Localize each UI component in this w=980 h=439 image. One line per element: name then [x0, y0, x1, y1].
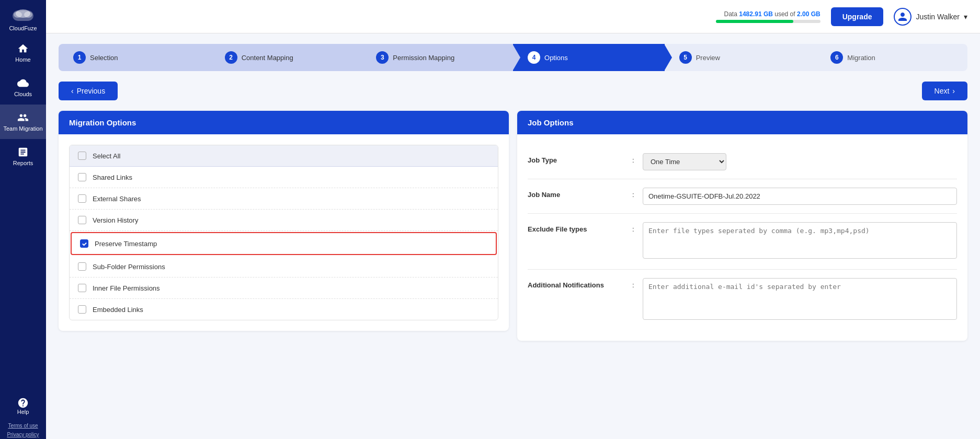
sidebar-item-help-label: Help [17, 409, 29, 415]
data-usage-text: Data 1482.91 GB used of 2.00 GB [724, 10, 821, 18]
checkbox-row-sub-folder-permissions[interactable]: Sub-Folder Permissions [70, 256, 498, 278]
checkbox-inner-file-permissions[interactable] [78, 284, 86, 292]
migration-options-column: Migration Options Select All Shar [59, 111, 509, 341]
checkbox-version-history-label: Version History [93, 216, 138, 224]
user-info[interactable]: Justin Walker ▾ [894, 8, 967, 26]
checkbox-sub-folder-permissions[interactable] [78, 262, 86, 271]
step-5-label: Preview [696, 54, 720, 62]
checkbox-embedded-links-label: Embedded Links [93, 306, 143, 314]
team-migration-icon [17, 112, 29, 123]
step-5-num: 5 [679, 51, 692, 64]
checkbox-sub-folder-permissions-label: Sub-Folder Permissions [93, 263, 165, 271]
checkbox-external-shares[interactable] [78, 194, 86, 203]
user-icon [897, 11, 908, 22]
checkbox-external-shares-label: External Shares [93, 195, 141, 203]
data-progress-bar-fill [716, 20, 793, 23]
migration-options-header: Migration Options [59, 111, 509, 134]
job-name-row: Job Name : [528, 179, 957, 214]
step-3-label: Permission Mapping [393, 54, 454, 62]
step-1-label: Selection [90, 54, 118, 62]
migration-options-body: Select All Shared Links External Shares [59, 134, 509, 331]
previous-button[interactable]: ‹ Previous [59, 82, 118, 100]
job-options-body: Job Type : One Time Scheduled Delta [517, 134, 967, 341]
sidebar-item-team-migration[interactable]: Team Migration [0, 105, 46, 139]
checkbox-select-all[interactable] [78, 152, 86, 160]
job-name-colon: : [632, 188, 643, 199]
main-content: Data 1482.91 GB used of 2.00 GB Upgrade … [46, 0, 980, 439]
step-4-num: 4 [528, 51, 540, 64]
data-progress-bar-bg [716, 20, 821, 23]
exclude-file-types-colon: : [632, 222, 643, 233]
step-6-migration[interactable]: 6 Migration [816, 44, 967, 71]
job-type-label: Job Type [528, 153, 632, 164]
data-usage: Data 1482.91 GB used of 2.00 GB [716, 10, 821, 23]
next-arrow-icon: › [952, 87, 955, 95]
sidebar-item-reports[interactable]: Reports [0, 139, 46, 174]
prev-arrow-icon: ‹ [71, 87, 74, 95]
data-label: Data [724, 10, 737, 18]
checkbox-row-select-all[interactable]: Select All [70, 145, 498, 167]
header: Data 1482.91 GB used of 2.00 GB Upgrade … [46, 0, 980, 33]
job-type-row: Job Type : One Time Scheduled Delta [528, 145, 957, 179]
job-type-colon: : [632, 153, 643, 164]
job-options-card: Job Options Job Type : One Time Schedule… [517, 111, 967, 341]
job-name-label: Job Name [528, 188, 632, 199]
job-options-header: Job Options [517, 111, 967, 134]
additional-notifications-row: Additional Notifications : [528, 270, 957, 330]
sidebar-item-home[interactable]: Home [0, 36, 46, 70]
additional-notifications-textarea[interactable] [643, 278, 957, 320]
page-content: 1 Selection 2 Content Mapping 3 Permissi… [46, 33, 980, 439]
sidebar-item-help[interactable]: Help [0, 391, 46, 421]
step-4-options[interactable]: 4 Options [513, 44, 665, 71]
exclude-file-types-textarea[interactable] [643, 222, 957, 259]
sidebar-item-clouds-label: Clouds [14, 91, 32, 97]
sidebar-logo: CloudFuze [0, 0, 46, 36]
migration-options-card: Migration Options Select All Shar [59, 111, 509, 331]
nav-row: ‹ Previous Next › [59, 82, 967, 100]
options-columns: Migration Options Select All Shar [59, 111, 967, 341]
checkbox-preserve-timestamp-label: Preserve Timestamp [95, 240, 157, 248]
step-3-permission-mapping[interactable]: 3 Permission Mapping [361, 44, 513, 71]
exclude-file-types-row: Exclude File types : [528, 214, 957, 270]
checkbox-preserve-timestamp[interactable] [80, 239, 88, 248]
data-used: 1482.91 GB [739, 10, 773, 18]
job-type-select[interactable]: One Time Scheduled Delta [643, 153, 726, 170]
job-options-column: Job Options Job Type : One Time Schedule… [517, 111, 967, 341]
clouds-icon [17, 77, 29, 89]
terms-of-use-link[interactable]: Terms of use [8, 423, 38, 429]
user-name: Justin Walker [916, 13, 960, 21]
step-6-label: Migration [847, 54, 875, 62]
additional-notifications-label: Additional Notifications [528, 278, 632, 289]
checkbox-row-version-history[interactable]: Version History [70, 210, 498, 231]
step-2-num: 2 [225, 51, 237, 64]
job-name-input[interactable] [643, 188, 957, 205]
step-4-label: Options [544, 54, 568, 62]
privacy-policy-link[interactable]: Privacy policy [7, 432, 39, 437]
migration-options-checkbox-list: Select All Shared Links External Shares [69, 145, 498, 320]
checkbox-version-history[interactable] [78, 216, 86, 224]
exclude-file-types-label: Exclude File types [528, 222, 632, 233]
help-icon [17, 397, 29, 409]
checkbox-select-all-label: Select All [93, 152, 120, 160]
job-type-value: One Time Scheduled Delta [643, 153, 957, 170]
checkbox-embedded-links[interactable] [78, 305, 86, 314]
step-3-num: 3 [376, 51, 389, 64]
cloudfuze-logo-icon [12, 6, 35, 23]
upgrade-button[interactable]: Upgrade [831, 7, 884, 26]
svg-point-2 [14, 11, 22, 18]
sidebar-item-clouds[interactable]: Clouds [0, 70, 46, 105]
checkbox-shared-links[interactable] [78, 173, 86, 181]
step-2-content-mapping[interactable]: 2 Content Mapping [210, 44, 362, 71]
step-5-preview[interactable]: 5 Preview [665, 44, 816, 71]
checkbox-row-preserve-timestamp[interactable]: Preserve Timestamp [71, 232, 497, 255]
checkbox-row-shared-links[interactable]: Shared Links [70, 167, 498, 188]
step-1-selection[interactable]: 1 Selection [59, 44, 210, 71]
step-1-num: 1 [73, 51, 86, 64]
used-of-label: used of [774, 10, 795, 18]
checkbox-row-external-shares[interactable]: External Shares [70, 188, 498, 210]
checkbox-row-inner-file-permissions[interactable]: Inner File Permissions [70, 278, 498, 299]
checkbox-row-embedded-links[interactable]: Embedded Links [70, 299, 498, 320]
next-button[interactable]: Next › [922, 82, 967, 100]
chevron-down-icon: ▾ [964, 13, 967, 21]
reports-icon [17, 146, 29, 158]
